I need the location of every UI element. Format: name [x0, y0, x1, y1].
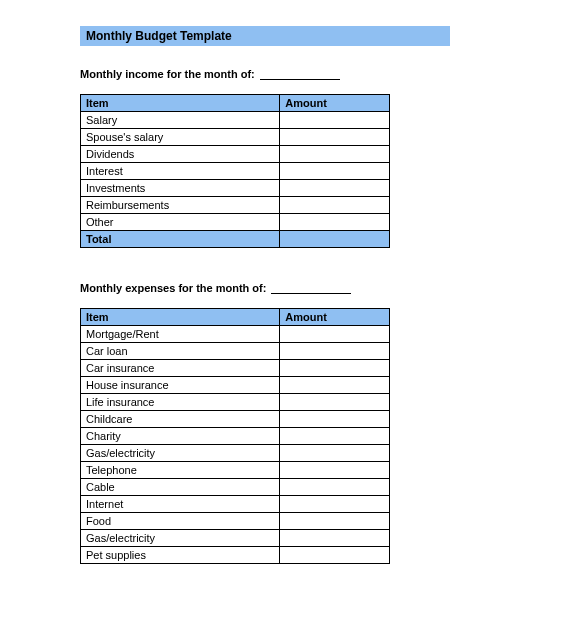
budget-template-page: Monthly Budget Template Monthly income f… [0, 0, 585, 564]
row-amount[interactable] [280, 146, 390, 163]
row-amount[interactable] [280, 326, 390, 343]
expenses-header-row: Item Amount [81, 309, 390, 326]
table-row: Life insurance [81, 394, 390, 411]
table-row: Gas/electricity [81, 445, 390, 462]
expenses-heading: Monthly expenses for the month of: [80, 282, 585, 294]
table-row: Mortgage/Rent [81, 326, 390, 343]
row-item: Telephone [81, 462, 280, 479]
table-row: Car insurance [81, 360, 390, 377]
row-item: Food [81, 513, 280, 530]
table-row: Pet supplies [81, 547, 390, 564]
expenses-heading-text: Monthly expenses for the month of: [80, 282, 266, 294]
row-amount[interactable] [280, 513, 390, 530]
row-item: Cable [81, 479, 280, 496]
table-row: Car loan [81, 343, 390, 360]
income-col-item: Item [81, 95, 280, 112]
income-total-amount[interactable] [280, 231, 390, 248]
table-row: Cable [81, 479, 390, 496]
table-row: Charity [81, 428, 390, 445]
row-amount[interactable] [280, 394, 390, 411]
table-row: Telephone [81, 462, 390, 479]
table-row: Investments [81, 180, 390, 197]
income-body: SalarySpouse's salaryDividendsInterestIn… [81, 112, 390, 231]
row-item: Gas/electricity [81, 445, 280, 462]
table-row: Other [81, 214, 390, 231]
income-table: Item Amount SalarySpouse's salaryDividen… [80, 94, 390, 248]
row-item: Investments [81, 180, 280, 197]
row-amount[interactable] [280, 479, 390, 496]
income-heading-text: Monthly income for the month of: [80, 68, 255, 80]
row-item: Car loan [81, 343, 280, 360]
row-amount[interactable] [280, 180, 390, 197]
expenses-col-amount: Amount [280, 309, 390, 326]
row-item: Pet supplies [81, 547, 280, 564]
row-amount[interactable] [280, 129, 390, 146]
row-amount[interactable] [280, 197, 390, 214]
expenses-month-blank[interactable] [271, 293, 351, 294]
row-amount[interactable] [280, 112, 390, 129]
row-amount[interactable] [280, 530, 390, 547]
table-row: Gas/electricity [81, 530, 390, 547]
table-row: Dividends [81, 146, 390, 163]
expenses-body: Mortgage/RentCar loanCar insuranceHouse … [81, 326, 390, 564]
row-item: Interest [81, 163, 280, 180]
table-row: Salary [81, 112, 390, 129]
table-row: Reimbursements [81, 197, 390, 214]
income-month-blank[interactable] [260, 79, 340, 80]
expenses-col-item: Item [81, 309, 280, 326]
row-item: Car insurance [81, 360, 280, 377]
row-amount[interactable] [280, 462, 390, 479]
table-row: Interest [81, 163, 390, 180]
row-amount[interactable] [280, 377, 390, 394]
row-item: House insurance [81, 377, 280, 394]
table-row: Childcare [81, 411, 390, 428]
page-title: Monthly Budget Template [80, 26, 450, 46]
row-amount[interactable] [280, 547, 390, 564]
row-amount[interactable] [280, 343, 390, 360]
row-item: Reimbursements [81, 197, 280, 214]
row-item: Life insurance [81, 394, 280, 411]
table-row: House insurance [81, 377, 390, 394]
expenses-table: Item Amount Mortgage/RentCar loanCar ins… [80, 308, 390, 564]
row-amount[interactable] [280, 360, 390, 377]
row-item: Dividends [81, 146, 280, 163]
row-item: Gas/electricity [81, 530, 280, 547]
row-item: Salary [81, 112, 280, 129]
table-row: Internet [81, 496, 390, 513]
row-amount[interactable] [280, 163, 390, 180]
table-row: Food [81, 513, 390, 530]
row-item: Internet [81, 496, 280, 513]
row-item: Mortgage/Rent [81, 326, 280, 343]
income-header-row: Item Amount [81, 95, 390, 112]
row-amount[interactable] [280, 496, 390, 513]
income-total-row: Total [81, 231, 390, 248]
row-item: Other [81, 214, 280, 231]
table-row: Spouse's salary [81, 129, 390, 146]
row-item: Charity [81, 428, 280, 445]
income-heading: Monthly income for the month of: [80, 68, 585, 80]
row-amount[interactable] [280, 411, 390, 428]
row-item: Childcare [81, 411, 280, 428]
row-item: Spouse's salary [81, 129, 280, 146]
income-total-label: Total [81, 231, 280, 248]
row-amount[interactable] [280, 445, 390, 462]
row-amount[interactable] [280, 214, 390, 231]
income-col-amount: Amount [280, 95, 390, 112]
row-amount[interactable] [280, 428, 390, 445]
